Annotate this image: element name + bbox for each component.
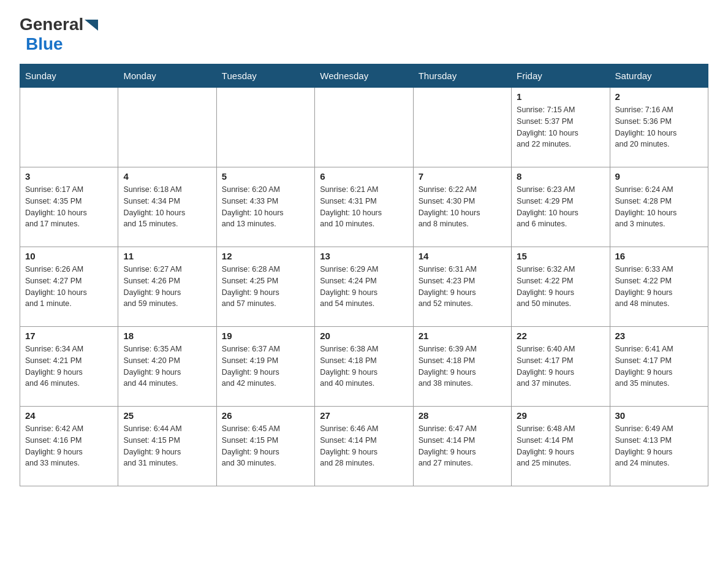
day-info: Sunrise: 6:18 AMSunset: 4:34 PMDaylight:… xyxy=(123,184,211,230)
day-number: 14 xyxy=(419,251,506,261)
calendar-week-row: 1Sunrise: 7:15 AMSunset: 5:37 PMDaylight… xyxy=(20,88,708,167)
calendar-cell: 5Sunrise: 6:20 AMSunset: 4:33 PMDaylight… xyxy=(216,167,314,247)
calendar-cell: 18Sunrise: 6:35 AMSunset: 4:20 PMDayligh… xyxy=(118,327,216,407)
day-number: 22 xyxy=(517,331,604,341)
calendar-cell xyxy=(216,88,314,167)
day-info: Sunrise: 6:47 AMSunset: 4:14 PMDaylight:… xyxy=(419,423,506,469)
calendar-table: SundayMondayTuesdayWednesdayThursdayFrid… xyxy=(20,64,708,486)
day-info: Sunrise: 6:48 AMSunset: 4:14 PMDaylight:… xyxy=(517,423,604,469)
day-info: Sunrise: 6:24 AMSunset: 4:28 PMDaylight:… xyxy=(615,184,703,230)
day-info: Sunrise: 6:28 AMSunset: 4:25 PMDaylight:… xyxy=(222,264,309,310)
day-number: 18 xyxy=(123,331,211,341)
day-info: Sunrise: 6:38 AMSunset: 4:18 PMDaylight:… xyxy=(320,343,408,389)
day-number: 29 xyxy=(517,410,604,421)
calendar-cell: 7Sunrise: 6:22 AMSunset: 4:30 PMDaylight… xyxy=(413,167,511,247)
calendar-week-row: 10Sunrise: 6:26 AMSunset: 4:27 PMDayligh… xyxy=(20,247,708,327)
day-number: 23 xyxy=(615,331,703,341)
day-number: 30 xyxy=(615,410,703,421)
calendar-cell: 25Sunrise: 6:44 AMSunset: 4:15 PMDayligh… xyxy=(118,407,216,486)
day-header-wednesday: Wednesday xyxy=(315,64,413,88)
day-number: 1 xyxy=(517,91,604,102)
day-number: 16 xyxy=(615,251,703,261)
calendar-week-row: 17Sunrise: 6:34 AMSunset: 4:21 PMDayligh… xyxy=(20,327,708,407)
calendar-cell: 21Sunrise: 6:39 AMSunset: 4:18 PMDayligh… xyxy=(413,327,511,407)
day-header-saturday: Saturday xyxy=(610,64,708,88)
day-info: Sunrise: 6:27 AMSunset: 4:26 PMDaylight:… xyxy=(123,264,211,310)
calendar-cell: 1Sunrise: 7:15 AMSunset: 5:37 PMDaylight… xyxy=(512,88,610,167)
calendar-cell: 8Sunrise: 6:23 AMSunset: 4:29 PMDaylight… xyxy=(512,167,610,247)
calendar-cell: 6Sunrise: 6:21 AMSunset: 4:31 PMDaylight… xyxy=(315,167,413,247)
logo-general-text: General xyxy=(20,15,83,34)
day-info: Sunrise: 6:49 AMSunset: 4:13 PMDaylight:… xyxy=(615,423,703,469)
day-info: Sunrise: 6:21 AMSunset: 4:31 PMDaylight:… xyxy=(320,184,408,230)
calendar-cell: 24Sunrise: 6:42 AMSunset: 4:16 PMDayligh… xyxy=(20,407,118,486)
calendar-cell: 30Sunrise: 6:49 AMSunset: 4:13 PMDayligh… xyxy=(610,407,708,486)
header: General Blue xyxy=(20,15,708,54)
calendar-cell: 19Sunrise: 6:37 AMSunset: 4:19 PMDayligh… xyxy=(216,327,314,407)
day-number: 17 xyxy=(25,331,113,341)
calendar-cell: 9Sunrise: 6:24 AMSunset: 4:28 PMDaylight… xyxy=(610,167,708,247)
day-info: Sunrise: 6:22 AMSunset: 4:30 PMDaylight:… xyxy=(419,184,506,230)
day-number: 24 xyxy=(25,410,113,421)
day-number: 21 xyxy=(419,331,506,341)
calendar-cell: 2Sunrise: 7:16 AMSunset: 5:36 PMDaylight… xyxy=(610,88,708,167)
calendar-cell: 28Sunrise: 6:47 AMSunset: 4:14 PMDayligh… xyxy=(413,407,511,486)
calendar-cell xyxy=(315,88,413,167)
calendar-cell: 10Sunrise: 6:26 AMSunset: 4:27 PMDayligh… xyxy=(20,247,118,327)
day-info: Sunrise: 6:40 AMSunset: 4:17 PMDaylight:… xyxy=(517,343,604,389)
day-number: 7 xyxy=(419,171,506,182)
day-info: Sunrise: 6:35 AMSunset: 4:20 PMDaylight:… xyxy=(123,343,211,389)
calendar-cell: 4Sunrise: 6:18 AMSunset: 4:34 PMDaylight… xyxy=(118,167,216,247)
day-number: 12 xyxy=(222,251,309,261)
calendar-cell: 11Sunrise: 6:27 AMSunset: 4:26 PMDayligh… xyxy=(118,247,216,327)
calendar-cell: 16Sunrise: 6:33 AMSunset: 4:22 PMDayligh… xyxy=(610,247,708,327)
calendar-cell: 29Sunrise: 6:48 AMSunset: 4:14 PMDayligh… xyxy=(512,407,610,486)
day-number: 3 xyxy=(25,171,113,182)
calendar-cell: 3Sunrise: 6:17 AMSunset: 4:35 PMDaylight… xyxy=(20,167,118,247)
day-number: 13 xyxy=(320,251,408,261)
day-number: 6 xyxy=(320,171,408,182)
calendar-cell: 26Sunrise: 6:45 AMSunset: 4:15 PMDayligh… xyxy=(216,407,314,486)
day-number: 11 xyxy=(123,251,211,261)
day-info: Sunrise: 6:23 AMSunset: 4:29 PMDaylight:… xyxy=(517,184,604,230)
calendar-cell: 15Sunrise: 6:32 AMSunset: 4:22 PMDayligh… xyxy=(512,247,610,327)
day-number: 20 xyxy=(320,331,408,341)
logo: General Blue xyxy=(20,15,98,54)
day-number: 2 xyxy=(615,91,703,102)
logo-blue-text: Blue xyxy=(26,34,63,53)
day-info: Sunrise: 7:15 AMSunset: 5:37 PMDaylight:… xyxy=(517,104,604,150)
day-header-friday: Friday xyxy=(512,64,610,88)
day-info: Sunrise: 6:45 AMSunset: 4:15 PMDaylight:… xyxy=(222,423,309,469)
day-info: Sunrise: 6:32 AMSunset: 4:22 PMDaylight:… xyxy=(517,264,604,310)
calendar-cell: 13Sunrise: 6:29 AMSunset: 4:24 PMDayligh… xyxy=(315,247,413,327)
calendar-cell: 20Sunrise: 6:38 AMSunset: 4:18 PMDayligh… xyxy=(315,327,413,407)
day-header-tuesday: Tuesday xyxy=(216,64,314,88)
day-info: Sunrise: 6:26 AMSunset: 4:27 PMDaylight:… xyxy=(25,264,113,310)
day-number: 27 xyxy=(320,410,408,421)
day-info: Sunrise: 6:39 AMSunset: 4:18 PMDaylight:… xyxy=(419,343,506,389)
day-header-thursday: Thursday xyxy=(413,64,511,88)
day-info: Sunrise: 6:46 AMSunset: 4:14 PMDaylight:… xyxy=(320,423,408,469)
calendar-cell: 17Sunrise: 6:34 AMSunset: 4:21 PMDayligh… xyxy=(20,327,118,407)
day-info: Sunrise: 6:41 AMSunset: 4:17 PMDaylight:… xyxy=(615,343,703,389)
day-number: 28 xyxy=(419,410,506,421)
day-number: 5 xyxy=(222,171,309,182)
day-info: Sunrise: 6:42 AMSunset: 4:16 PMDaylight:… xyxy=(25,423,113,469)
day-info: Sunrise: 6:44 AMSunset: 4:15 PMDaylight:… xyxy=(123,423,211,469)
day-info: Sunrise: 6:20 AMSunset: 4:33 PMDaylight:… xyxy=(222,184,309,230)
calendar-cell: 22Sunrise: 6:40 AMSunset: 4:17 PMDayligh… xyxy=(512,327,610,407)
day-number: 10 xyxy=(25,251,113,261)
day-number: 19 xyxy=(222,331,309,341)
day-header-sunday: Sunday xyxy=(20,64,118,88)
day-info: Sunrise: 7:16 AMSunset: 5:36 PMDaylight:… xyxy=(615,104,703,150)
calendar-cell xyxy=(118,88,216,167)
calendar-cell: 12Sunrise: 6:28 AMSunset: 4:25 PMDayligh… xyxy=(216,247,314,327)
calendar-cell: 14Sunrise: 6:31 AMSunset: 4:23 PMDayligh… xyxy=(413,247,511,327)
day-info: Sunrise: 6:17 AMSunset: 4:35 PMDaylight:… xyxy=(25,184,113,230)
day-info: Sunrise: 6:29 AMSunset: 4:24 PMDaylight:… xyxy=(320,264,408,310)
calendar-header-row: SundayMondayTuesdayWednesdayThursdayFrid… xyxy=(20,64,708,88)
day-info: Sunrise: 6:34 AMSunset: 4:21 PMDaylight:… xyxy=(25,343,113,389)
calendar-cell: 23Sunrise: 6:41 AMSunset: 4:17 PMDayligh… xyxy=(610,327,708,407)
calendar-week-row: 3Sunrise: 6:17 AMSunset: 4:35 PMDaylight… xyxy=(20,167,708,247)
day-info: Sunrise: 6:37 AMSunset: 4:19 PMDaylight:… xyxy=(222,343,309,389)
